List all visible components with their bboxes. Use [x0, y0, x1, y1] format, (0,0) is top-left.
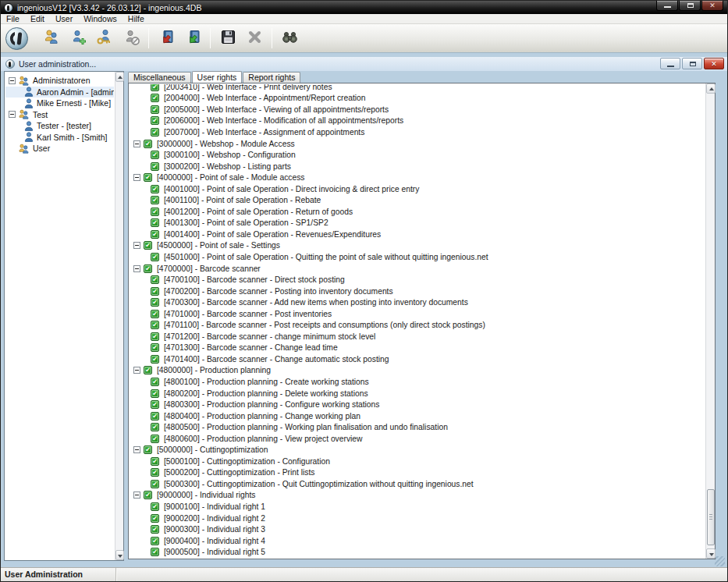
rights-row[interactable]: [4800500] - Production planning - Workin…: [130, 421, 705, 433]
close-button[interactable]: ✕: [701, 1, 723, 11]
list-scrollbar[interactable]: [705, 83, 715, 559]
collapse-icon[interactable]: [9, 111, 16, 118]
rights-row[interactable]: [4501000] - Point of sale Operation - Qu…: [130, 251, 705, 263]
rights-row[interactable]: [4800600] - Production planning - View p…: [130, 433, 705, 445]
right-checkbox[interactable]: [151, 105, 159, 114]
collapse-icon[interactable]: [133, 140, 140, 147]
rights-row[interactable]: [4700200] - Barcode scanner - Posting in…: [130, 286, 705, 297]
collapse-icon[interactable]: [133, 446, 140, 453]
right-checkbox[interactable]: [144, 491, 152, 499]
rights-row[interactable]: [3000200] - Webshop - Listing parts: [130, 161, 705, 172]
right-checkbox[interactable]: [151, 321, 159, 329]
user-rights-button[interactable]: [94, 28, 115, 48]
collapse-icon[interactable]: [133, 174, 140, 181]
resize-grip[interactable]: [715, 556, 725, 566]
right-checkbox[interactable]: [151, 435, 159, 443]
tab-miscellaneous[interactable]: Miscellaneous: [128, 72, 191, 83]
rights-row[interactable]: [4800400] - Production planning - Change…: [130, 410, 705, 422]
rights-row[interactable]: [9000000] - Individual rights: [130, 490, 705, 502]
rights-row[interactable]: [4001200] - Point of sale Operation - Re…: [130, 206, 705, 218]
scroll-down-button[interactable]: [115, 550, 124, 560]
right-checkbox[interactable]: [151, 343, 159, 352]
right-checkbox[interactable]: [151, 94, 159, 102]
search-button[interactable]: [279, 28, 300, 48]
tool-minimize-button[interactable]: [660, 58, 680, 69]
right-checkbox[interactable]: [144, 140, 152, 148]
rights-row[interactable]: [4001100] - Point of sale Operation - Re…: [130, 194, 705, 206]
rights-row[interactable]: [5000000] - Cuttingoptimization: [130, 445, 705, 456]
right-checkbox[interactable]: [151, 185, 159, 193]
rights-row[interactable]: [4701000] - Barcode scanner - Post inven…: [130, 308, 705, 320]
tree-scrollbar[interactable]: [115, 72, 123, 560]
right-checkbox[interactable]: [151, 162, 159, 171]
right-checkbox[interactable]: [144, 445, 152, 454]
tree-item-user[interactable]: Aaron Admin - [admin]: [5, 87, 114, 98]
right-checkbox[interactable]: [151, 468, 159, 477]
right-checkbox[interactable]: [151, 412, 159, 421]
right-checkbox[interactable]: [151, 400, 159, 409]
rights-row[interactable]: [2003410] - Web Interface - Print delive…: [130, 84, 705, 93]
rights-row[interactable]: [4700300] - Barcode scanner - Add new it…: [130, 296, 705, 308]
right-checkbox[interactable]: [151, 298, 159, 307]
collapse-icon[interactable]: [133, 367, 140, 374]
menu-hilfe[interactable]: Hilfe: [123, 14, 150, 24]
rights-row[interactable]: [4500000] - Point of sale - Settings: [130, 240, 705, 252]
right-checkbox[interactable]: [144, 264, 152, 273]
rights-row[interactable]: [9000500] - Individual right 5: [130, 546, 705, 558]
tree-item-user[interactable]: Tester - [tester]: [5, 120, 114, 132]
right-checkbox[interactable]: [151, 151, 159, 159]
rights-row[interactable]: [4001400] - Point of sale Operation - Re…: [130, 229, 705, 240]
add-user-button[interactable]: [68, 28, 88, 48]
collapse-icon[interactable]: [133, 242, 140, 249]
rights-row[interactable]: [4800000] - Production planning: [130, 365, 705, 377]
right-checkbox[interactable]: [151, 128, 159, 137]
save-button[interactable]: [218, 28, 238, 48]
rights-row[interactable]: [9000100] - Individual right 1: [130, 501, 705, 513]
disable-user-button[interactable]: [121, 28, 141, 48]
rights-row[interactable]: [4701300] - Barcode scanner - Change lea…: [130, 342, 705, 354]
tree-item-user[interactable]: Karl Smith - [Smith]: [5, 132, 114, 144]
rights-row[interactable]: [4800100] - Production planning - Create…: [130, 376, 705, 388]
delete-button[interactable]: [244, 28, 265, 48]
menu-windows[interactable]: Windows: [78, 14, 123, 24]
rights-row[interactable]: [4000000] - Point of sale - Module acces…: [130, 172, 705, 183]
users-button[interactable]: [41, 28, 62, 48]
rights-row[interactable]: [4001300] - Point of sale Operation - SP…: [130, 218, 705, 229]
tree-item-user[interactable]: Mike Ernesti - [Mike]: [5, 98, 114, 109]
rights-row[interactable]: [2007000] - Web Interface - Assignment o…: [130, 126, 705, 138]
right-checkbox[interactable]: [151, 275, 159, 284]
collapse-icon[interactable]: [133, 265, 140, 272]
right-checkbox[interactable]: [151, 423, 159, 431]
right-checkbox[interactable]: [151, 355, 159, 364]
tool-close-button[interactable]: ✕: [704, 58, 724, 69]
right-checkbox[interactable]: [144, 173, 152, 182]
scroll-up-button[interactable]: [706, 83, 716, 94]
tab-user-rights[interactable]: User rights: [192, 71, 243, 83]
right-checkbox[interactable]: [151, 310, 159, 318]
menu-user[interactable]: User: [50, 14, 78, 24]
menu-edit[interactable]: Edit: [25, 14, 50, 24]
right-checkbox[interactable]: [151, 537, 159, 545]
scroll-thumb[interactable]: [707, 489, 715, 545]
scroll-down-button[interactable]: [706, 548, 716, 559]
right-checkbox[interactable]: [151, 218, 159, 227]
rights-row[interactable]: [4701400] - Barcode scanner - Change aut…: [130, 353, 705, 365]
rights-row[interactable]: [2005000] - Web Interface - Viewing of a…: [130, 104, 705, 115]
minimize-button[interactable]: [656, 1, 678, 11]
right-checkbox[interactable]: [151, 457, 159, 466]
import-book-button[interactable]: [156, 28, 176, 48]
scroll-up-button[interactable]: [115, 72, 124, 82]
rights-row[interactable]: [4800200] - Production planning - Delete…: [130, 388, 705, 399]
rights-row[interactable]: [4001000] - Point of sale Operation - Di…: [130, 183, 705, 195]
collapse-icon[interactable]: [9, 77, 16, 84]
tree-item-group[interactable]: User: [5, 143, 114, 154]
right-checkbox[interactable]: [151, 208, 159, 216]
right-checkbox[interactable]: [151, 116, 159, 125]
right-checkbox[interactable]: [151, 332, 159, 341]
right-checkbox[interactable]: [151, 230, 159, 239]
right-checkbox[interactable]: [151, 514, 159, 523]
rights-row[interactable]: [5000200] - Cuttingoptimization - Print …: [130, 467, 705, 479]
right-checkbox[interactable]: [151, 84, 159, 91]
tab-report-rights[interactable]: Report rights: [243, 72, 300, 83]
tree-item-group[interactable]: Administratoren: [5, 75, 114, 87]
